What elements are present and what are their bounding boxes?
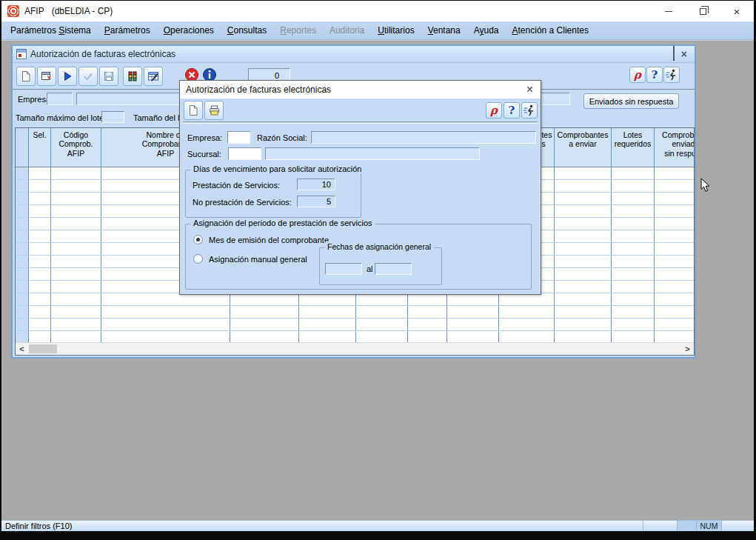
exit-runner-icon — [665, 68, 678, 81]
maximize-icon — [673, 46, 675, 61]
properties-button[interactable] — [37, 67, 56, 86]
close-button[interactable]: × — [720, 1, 754, 21]
help-button[interactable]: ? — [646, 67, 663, 83]
al-label: al — [367, 264, 373, 273]
run-button[interactable] — [58, 67, 77, 86]
no-prestacion-field[interactable]: 5 — [297, 196, 335, 207]
caption-buttons: × — [652, 1, 754, 21]
radio-mes-label[interactable]: Mes de emisión del comprobante — [209, 236, 329, 244]
no-prestacion-label: No prestación de Servicios: — [193, 198, 292, 207]
new-document-icon — [187, 104, 199, 116]
filter-button[interactable]: ρ — [629, 67, 646, 83]
prestacion-field[interactable]: 10 — [297, 179, 335, 190]
vencimiento-legend: Días de vencimiento para solicitar autor… — [190, 164, 364, 173]
vencimiento-groupbox: Días de vencimiento para solicitar autor… — [185, 170, 361, 218]
menu-item-8[interactable]: Ayuda — [467, 22, 506, 39]
fecha-desde-field — [325, 263, 362, 275]
mdi-child-title: Autorización de facturas electrónicas — [30, 49, 175, 59]
help-question-icon: ? — [509, 105, 515, 116]
table-edit-icon — [147, 70, 159, 82]
properties-form-icon — [41, 70, 53, 82]
printer-icon — [208, 104, 221, 117]
new-button[interactable] — [16, 67, 36, 86]
status-message: Definir filtros (F10) — [1, 521, 72, 530]
razon-social-label: Razón Social: — [257, 133, 307, 142]
asignacion-legend: Asignación del periodo de prestación de … — [190, 219, 375, 227]
razon-social-field — [311, 131, 536, 144]
mdi-client-area: Autorización de facturas electrónicas × — [1, 40, 754, 519]
status-panel-1 — [643, 521, 677, 531]
grid-column-header-0[interactable] — [16, 128, 29, 167]
restore-button[interactable] — [686, 1, 720, 21]
radio-mes-emision[interactable] — [193, 235, 203, 244]
table-row[interactable] — [16, 293, 695, 306]
save-floppy-icon — [103, 70, 115, 82]
grid-column-header-10[interactable]: Comprobantes a enviar — [555, 128, 612, 167]
dialog-titlebar: Autorización de facturas electrónicas × — [180, 81, 541, 99]
num-lock-indicator: NUM — [696, 521, 721, 531]
enviados-sin-respuesta-button[interactable]: Enviados sin respuesta — [583, 93, 679, 109]
dialog-title: Autorización de facturas electrónicas — [186, 84, 331, 95]
sucursal-field[interactable] — [228, 147, 261, 160]
dialog-filter-button[interactable]: ρ — [486, 102, 502, 119]
menu-item-3[interactable]: Consultas — [221, 22, 273, 39]
grid-column-header-1[interactable]: Sel. — [29, 128, 51, 167]
sucursal-desc-field — [265, 147, 480, 160]
child-close-button[interactable]: × — [681, 49, 687, 59]
table-row[interactable] — [16, 319, 695, 331]
dialog-empresa-field[interactable] — [227, 131, 250, 144]
lote-max-field[interactable] — [101, 111, 124, 123]
menu-item-4: Reportes — [273, 22, 323, 39]
grid-column-header-12[interactable]: Comprobantes enviados sin respuesta — [655, 128, 695, 167]
grid-edit-button[interactable] — [144, 67, 163, 86]
grid-column-header-2[interactable]: Código Comprob. AFIP — [51, 128, 101, 167]
minimize-icon — [665, 11, 672, 12]
filter-rho-icon: ρ — [634, 70, 641, 81]
close-icon: × — [734, 6, 740, 17]
help-question-icon: ? — [652, 70, 658, 81]
menu-item-0[interactable]: Parámetros Sistema — [4, 22, 98, 39]
mdi-child-titlebar: Autorización de facturas electrónicas × — [13, 46, 695, 63]
main-titlebar: AFIP (dbELDIA - CP) × — [1, 1, 754, 21]
table-row[interactable] — [16, 306, 695, 319]
fechas-legend: Fechas de asignación general — [324, 242, 434, 251]
exit-runner-icon — [523, 104, 536, 117]
confirm-button[interactable] — [78, 67, 98, 86]
menu-bar: Parámetros SistemaParámetrosOperacionesC… — [1, 21, 754, 40]
child-maximize-button[interactable] — [673, 47, 675, 61]
horizontal-scrollbar[interactable]: < > — [16, 342, 694, 355]
dialog-new-button[interactable] — [184, 101, 203, 120]
scroll-left-arrow[interactable]: < — [16, 343, 28, 355]
save-button[interactable] — [99, 67, 118, 86]
play-icon — [61, 70, 73, 82]
menu-item-6[interactable]: Utilitarios — [371, 22, 421, 39]
radio-manual-label[interactable]: Asignación manual general — [209, 255, 307, 264]
autorizacion-dialog: Autorización de facturas electrónicas × … — [179, 80, 541, 295]
dialog-close-button[interactable]: × — [523, 84, 536, 96]
scrollbar-thumb[interactable] — [29, 344, 57, 353]
mouse-cursor — [700, 178, 711, 196]
dialog-empresa-label: Empresa: — [187, 133, 222, 142]
prestacion-label: Prestación de Servicios: — [193, 181, 280, 190]
exit-button[interactable] — [663, 67, 680, 83]
dialog-exit-button[interactable] — [521, 102, 538, 119]
dialog-print-button[interactable] — [204, 101, 224, 120]
status-panel-2 — [677, 521, 696, 531]
status-lights-button[interactable] — [123, 67, 142, 86]
fecha-hasta-field — [375, 263, 412, 275]
menu-item-7[interactable]: Ventana — [421, 22, 467, 39]
menu-item-1[interactable]: Parámetros — [98, 22, 157, 39]
fechas-groupbox: Fechas de asignación general al — [319, 247, 442, 285]
menu-item-9[interactable]: Atención a Clientes — [506, 22, 595, 39]
check-icon — [82, 70, 94, 82]
dialog-help-button[interactable]: ? — [504, 102, 520, 119]
minimize-button[interactable] — [652, 1, 686, 21]
traffic-light-icon — [127, 70, 138, 82]
menu-item-2[interactable]: Operaciones — [157, 22, 221, 39]
radio-asignacion-manual[interactable] — [193, 254, 203, 264]
form-window-icon — [16, 49, 27, 59]
grid-column-header-11[interactable]: Lotes requeridos — [612, 128, 655, 167]
scroll-right-arrow[interactable]: > — [681, 343, 694, 355]
empresa-code-field[interactable] — [47, 93, 73, 105]
new-document-icon — [20, 70, 32, 82]
